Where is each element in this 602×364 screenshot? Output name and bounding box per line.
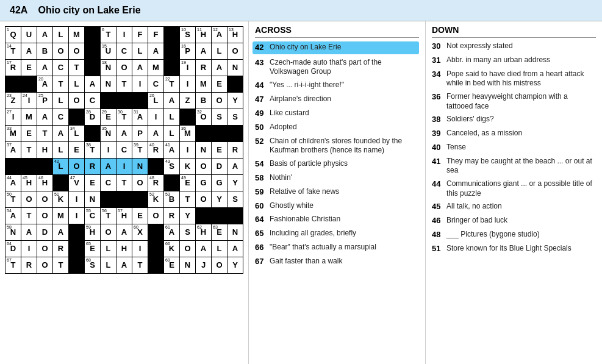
grid-cell[interactable]: C [53, 60, 69, 76]
grid-cell[interactable]: 58N [5, 224, 21, 241]
grid-cell[interactable]: R [21, 257, 37, 274]
grid-cell[interactable]: H [37, 142, 53, 159]
grid-cell[interactable]: J [196, 257, 212, 274]
grid-cell[interactable]: O [132, 175, 148, 191]
grid-cell[interactable]: A [101, 159, 116, 175]
grid-cell[interactable]: I [132, 76, 148, 93]
grid-cell[interactable]: O [212, 93, 228, 109]
grid-cell[interactable]: A [148, 43, 164, 60]
grid-cell[interactable]: 47V [69, 175, 85, 191]
grid-cell[interactable]: 39T [132, 142, 148, 159]
grid-cell[interactable]: O [37, 191, 53, 208]
clue-item[interactable]: 40Tense [432, 143, 596, 153]
grid-cell[interactable]: N [85, 191, 101, 208]
grid-cell[interactable]: I [116, 159, 132, 175]
grid-cell[interactable]: 43S [164, 159, 180, 175]
clue-item[interactable]: 58Nothin' [255, 173, 419, 184]
grid-cell[interactable]: C [116, 142, 132, 159]
grid-cell[interactable]: 17R [5, 60, 21, 76]
grid-cell[interactable]: F [148, 27, 164, 43]
grid-cell[interactable]: 46H [37, 175, 53, 191]
grid-cell[interactable]: O [53, 43, 69, 60]
clue-item[interactable]: 42Ohio city on Lake Erie [253, 41, 419, 54]
grid-cell[interactable]: 27I [5, 109, 21, 126]
grid-cell[interactable] [101, 191, 116, 208]
grid-cell[interactable]: P [132, 126, 148, 142]
grid-cell[interactable]: 15U [101, 43, 116, 60]
grid-cell[interactable]: 56T [101, 208, 116, 224]
grid-cell[interactable]: C [101, 175, 116, 191]
grid-cell[interactable] [164, 175, 180, 191]
grid-cell[interactable]: T [116, 76, 132, 93]
grid-cell[interactable]: A [21, 224, 37, 241]
grid-cell[interactable] [212, 208, 228, 224]
grid-cell[interactable]: 48R [148, 175, 164, 191]
grid-cell[interactable]: 36M [180, 126, 196, 142]
grid-cell[interactable] [116, 93, 132, 109]
clue-item[interactable]: 34Pope said to have died from a heart at… [432, 70, 596, 88]
grid-cell[interactable]: A [116, 126, 132, 142]
grid-cell[interactable]: L [101, 257, 116, 274]
grid-cell[interactable] [228, 126, 243, 142]
grid-cell[interactable]: U [21, 27, 37, 43]
grid-cell[interactable]: I [180, 76, 196, 93]
grid-cell[interactable] [132, 191, 148, 208]
grid-cell[interactable]: 25P [37, 93, 53, 109]
grid-cell[interactable]: A [228, 241, 243, 257]
grid-cell[interactable]: 28D [85, 109, 101, 126]
grid-cell[interactable]: R [196, 60, 212, 76]
clue-item[interactable]: 67Gait faster than a walk [255, 257, 419, 267]
grid-cell[interactable]: 65E [85, 241, 101, 257]
grid-cell[interactable]: B [196, 93, 212, 109]
grid-cell[interactable]: 24I [21, 93, 37, 109]
grid-cell[interactable]: 45H [21, 175, 37, 191]
grid-cell[interactable]: E [85, 175, 101, 191]
grid-cell[interactable]: T [37, 126, 53, 142]
grid-cell[interactable]: A [116, 224, 132, 241]
grid-cell[interactable]: Y [212, 191, 228, 208]
grid-cell[interactable]: 59H [85, 224, 101, 241]
grid-cell[interactable]: C [148, 76, 164, 93]
grid-cell[interactable]: O [212, 257, 228, 274]
grid-cell[interactable]: H [116, 241, 132, 257]
grid-cell[interactable]: A [21, 43, 37, 60]
grid-cell[interactable]: 33M [5, 126, 21, 142]
grid-cell[interactable]: N [101, 76, 116, 93]
grid-cell[interactable] [228, 208, 243, 224]
grid-cell[interactable]: 49E [180, 175, 196, 191]
grid-cell[interactable]: O [21, 191, 37, 208]
grid-cell[interactable]: 60X [132, 224, 148, 241]
clue-item[interactable]: 51Store known for its Blue Light Special… [432, 244, 596, 254]
grid-cell[interactable]: T [132, 257, 148, 274]
grid-cell[interactable]: 63E [212, 224, 228, 241]
grid-cell[interactable] [5, 159, 21, 175]
grid-cell[interactable]: O [180, 241, 196, 257]
clue-item[interactable]: 49Like custard [255, 109, 419, 119]
grid-cell[interactable]: F [132, 27, 148, 43]
grid-cell[interactable]: I [148, 109, 164, 126]
clue-item[interactable]: 50Adopted [255, 123, 419, 133]
grid-cell[interactable]: E [69, 142, 85, 159]
clue-item[interactable]: 52Chain of children's stores founded by … [255, 137, 419, 155]
grid-cell[interactable]: O [148, 208, 164, 224]
grid-cell[interactable]: M [53, 208, 69, 224]
grid-cell[interactable]: N [228, 224, 243, 241]
grid-cell[interactable]: M [69, 27, 85, 43]
grid-cell[interactable]: M [148, 60, 164, 76]
grid-cell[interactable]: A [196, 241, 212, 257]
grid-cell[interactable]: 53B [164, 191, 180, 208]
grid-cell[interactable]: T [53, 257, 69, 274]
grid-cell[interactable]: 16P [180, 43, 196, 60]
grid-cell[interactable]: L [212, 241, 228, 257]
grid-cell[interactable]: 41A [164, 142, 180, 159]
clue-item[interactable]: 48___ Pictures (bygone studio) [432, 230, 596, 240]
grid-cell[interactable]: 11H [196, 27, 212, 43]
grid-cell[interactable]: 67T [5, 257, 21, 274]
grid-cell[interactable]: C [116, 43, 132, 60]
clue-item[interactable]: 43Czech-made auto that's part of the Vol… [255, 58, 419, 77]
grid-cell[interactable] [85, 27, 101, 43]
grid-cell[interactable]: 34L [69, 126, 85, 142]
grid-cell[interactable]: E [212, 142, 228, 159]
grid-cell[interactable]: 31A [132, 109, 148, 126]
grid-cell[interactable] [196, 126, 212, 142]
